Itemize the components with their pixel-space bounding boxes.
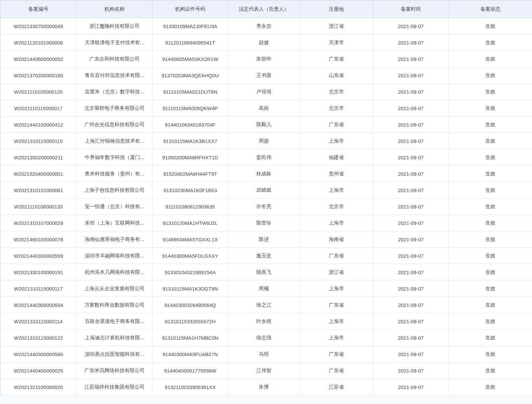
legal-rep-cell: 施玉坚 — [228, 248, 300, 264]
status-cell: 生效 — [449, 18, 532, 34]
cert-number-cell: 91469034MA5TGXXL1X — [153, 231, 228, 248]
legal-rep-cell: 武斌斌 — [228, 182, 300, 198]
org-name-cell: 广东企和科技有限公司 — [77, 51, 153, 67]
cert-number-cell: 91110115MA005QKW4P — [153, 100, 228, 116]
org-name-cell: 壹厘米（北京）数字科技... — [77, 84, 153, 100]
filing-number-link[interactable]: W2021440100000412 — [0, 116, 77, 133]
filing-number-link[interactable]: W2021440400000025 — [0, 362, 77, 379]
org-name-cell: 上海云从企业发展有限公司 — [77, 280, 153, 297]
reg-place-cell: 广东省 — [300, 248, 373, 264]
header-cell-legal-rep: 法定代表人（负责人） — [228, 0, 300, 18]
org-name-cell: 天津联津电子支付技术有... — [77, 34, 153, 51]
reg-place-cell: 上海市 — [300, 215, 373, 231]
cert-number-cell: 91350200MA8RFHXT1D — [153, 149, 228, 166]
table-row: W2021440100000412 广州合光信息科技有限公司 914401063… — [0, 116, 532, 133]
cert-number-cell: 91310115332655572H — [153, 313, 228, 330]
filing-number-link[interactable]: W2021440300000554 — [0, 297, 77, 313]
status-cell: 生效 — [449, 330, 532, 346]
reg-place-cell: 海南省 — [300, 231, 373, 248]
legal-rep-cell: 朱朝华 — [228, 51, 300, 67]
filing-date-cell: 2021-09-07 — [373, 280, 449, 297]
filing-number-link[interactable]: W2021310151000061 — [0, 182, 77, 198]
table-body: W2021330700000049 浙江魔嗨科技有限公司 91330109MA2… — [0, 18, 532, 395]
filing-number-link[interactable]: W2021110115000017 — [0, 100, 77, 116]
status-cell: 生效 — [449, 116, 532, 133]
table-header-row: 备案编号 机构名称 机构证件号码 法定代表人（负责人） 注册地 备案时间 备案状… — [0, 0, 532, 18]
reg-place-cell: 浙江省 — [300, 264, 373, 280]
reg-place-cell: 上海市 — [300, 133, 373, 149]
cert-number-cell: 91520402MA6H44FT9T — [153, 166, 228, 182]
org-name-cell: 青岛百付邦信息技术有限... — [77, 67, 153, 84]
cert-number-cell: 91310120MA1HTW9J2L — [153, 215, 228, 231]
filing-number-link[interactable]: W2021370200000160 — [0, 67, 77, 84]
status-cell: 生效 — [449, 362, 532, 379]
legal-rep-cell: 姜民伟 — [228, 149, 300, 166]
filing-number-link[interactable]: W2021120101000006 — [0, 34, 77, 51]
legal-rep-cell: 陆燕飞 — [228, 264, 300, 280]
filing-number-link[interactable]: W2021520400000001 — [0, 166, 77, 182]
header-cell-filing-date: 备案时间 — [373, 0, 449, 18]
filing-date-cell: 2021-09-07 — [373, 231, 449, 248]
header-cell-org-name: 机构名称 — [77, 0, 153, 18]
legal-rep-cell: 许冬亮 — [228, 198, 300, 215]
table-row: W2021310115000122 上海迪志计算机科技有限... 9131011… — [0, 330, 532, 346]
filing-date-cell: 2021-09-07 — [373, 166, 449, 182]
reg-place-cell: 浙江省 — [300, 18, 373, 34]
table-row: W2021330700000049 浙江魔嗨科技有限公司 91330109MA2… — [0, 18, 532, 34]
reg-place-cell: 山东省 — [300, 67, 373, 84]
org-name-cell: 深圳易点拉面智能科技有... — [77, 346, 153, 362]
header-cell-filing-no: 备案编号 — [0, 0, 77, 18]
org-name-cell: 百联全渠道电子商务有限... — [77, 313, 153, 330]
org-name-cell: 中养福年数字科技（厦门... — [77, 149, 153, 166]
cert-number-cell: 91370203MA3QEAHQ0U — [153, 67, 228, 84]
reg-place-cell: 上海市 — [300, 280, 373, 297]
filing-date-cell: 2021-09-07 — [373, 248, 449, 264]
horizontal-scrollbar[interactable] — [0, 395, 532, 402]
status-cell: 生效 — [449, 248, 532, 264]
filing-number-link[interactable]: W2021330100000191 — [0, 264, 77, 280]
filing-number-link[interactable]: W2021310115000115 — [0, 133, 77, 149]
filing-date-cell: 2021-09-07 — [373, 67, 449, 84]
status-cell: 生效 — [449, 67, 532, 84]
reg-place-cell: 北京市 — [300, 198, 373, 215]
filing-records-page: 备案编号 机构名称 机构证件号码 法定代表人（负责人） 注册地 备案时间 备案状… — [0, 0, 532, 404]
legal-rep-cell: 赵健 — [228, 34, 300, 51]
filing-number-link[interactable]: W2021310115000114 — [0, 313, 77, 330]
filing-number-link[interactable]: W2021460100000078 — [0, 231, 77, 248]
filing-number-link[interactable]: W2021440300000559 — [0, 248, 77, 264]
org-name-cell: 上海汇付锦翰信息技术有... — [77, 133, 153, 149]
filing-date-cell: 2021-09-07 — [373, 182, 449, 198]
reg-place-cell: 广东省 — [300, 51, 373, 67]
org-name-cell: 安一恒通（北京）科技有... — [77, 198, 153, 215]
filing-number-link[interactable]: W2021440600000052 — [0, 51, 77, 67]
filing-date-cell: 2021-09-07 — [373, 149, 449, 166]
filing-number-link[interactable]: W2021440300000580 — [0, 346, 77, 362]
filing-date-cell: 2021-09-07 — [373, 379, 449, 395]
legal-rep-cell: 桂成栋 — [228, 166, 300, 182]
reg-place-cell: 贵州省 — [300, 166, 373, 182]
filing-number-link[interactable]: W2021110108000133 — [0, 198, 77, 215]
cert-number-cell: 91440300MA5FUAB27N — [153, 346, 228, 362]
table-row: W2021440300000554 万家数科商业数据有限公司 914403003… — [0, 297, 532, 313]
filing-date-cell: 2021-09-07 — [373, 18, 449, 34]
filing-number-link[interactable]: W2021310115000122 — [0, 330, 77, 346]
table-row: W2021460100000078 海南仙麦厚福电子商务有... 9146903… — [0, 231, 532, 248]
legal-rep-cell: 王书朋 — [228, 67, 300, 84]
table-row: W2021310107000029 禾控（上海）互联网科技... 9131012… — [0, 215, 532, 231]
legal-rep-cell: 高岗 — [228, 100, 300, 116]
filing-number-link[interactable]: W2021350200000211 — [0, 149, 77, 166]
table-row: W2021440400000025 广东米讯网络科技有限公司 914404000… — [0, 362, 532, 379]
cert-number-cell: 91440400091775556W — [153, 362, 228, 379]
filing-number-link[interactable]: W2021310107000029 — [0, 215, 77, 231]
status-cell: 生效 — [449, 231, 532, 248]
filing-number-link[interactable]: W2021330700000049 — [0, 18, 77, 34]
org-name-cell: 广州合光信息科技有限公司 — [77, 116, 153, 133]
filing-number-link[interactable]: W2021110105000120 — [0, 84, 77, 100]
filing-number-link[interactable]: W2021310115000117 — [0, 280, 77, 297]
legal-rep-cell: 徐志强 — [228, 330, 300, 346]
reg-place-cell: 广东省 — [300, 346, 373, 362]
status-cell: 生效 — [449, 280, 532, 297]
filing-number-link[interactable]: W2021321100000020 — [0, 379, 77, 395]
reg-place-cell: 江苏省 — [300, 379, 373, 395]
filing-date-cell: 2021-09-07 — [373, 264, 449, 280]
